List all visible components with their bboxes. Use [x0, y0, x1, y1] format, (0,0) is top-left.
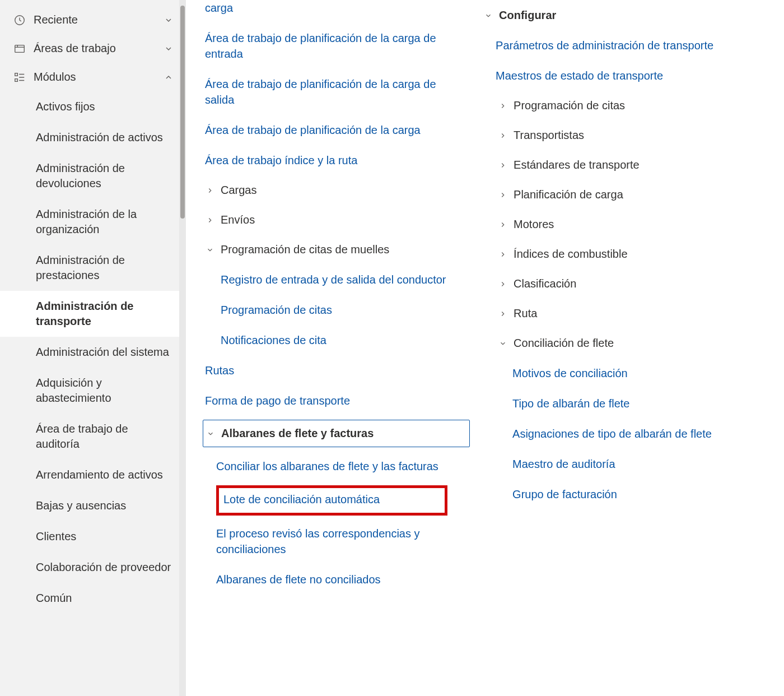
scrollbar-thumb[interactable] — [180, 6, 185, 219]
group-label: Albaranes de flete y facturas — [221, 427, 374, 440]
group-clasificacion[interactable]: Clasificación — [496, 273, 762, 295]
link-area-salida[interactable]: Área de trabajo de planificación de la c… — [203, 73, 470, 111]
menu-column-1: carga Área de trabajo de planificación d… — [197, 1, 475, 690]
module-item[interactable]: Bajas y ausencias — [0, 490, 186, 521]
link-grupo-facturacion[interactable]: Grupo de facturación — [512, 483, 762, 505]
sidebar-item-workspaces[interactable]: Áreas de trabajo — [0, 34, 186, 63]
chevron-right-icon — [498, 310, 508, 318]
group-envios[interactable]: Envíos — [203, 209, 470, 231]
module-item-active[interactable]: Administración de transporte — [0, 291, 186, 337]
module-item[interactable]: Adquisición y abastecimiento — [0, 368, 186, 414]
module-item[interactable]: Administración de la organización — [0, 199, 186, 245]
group-label: Cargas — [221, 184, 256, 197]
group-label: Programación de citas de muelles — [221, 243, 389, 256]
group-ruta[interactable]: Ruta — [496, 303, 762, 324]
module-item[interactable]: Clientes — [0, 521, 186, 552]
link-albaranes-no-conc[interactable]: Albaranes de flete no conciliados — [216, 568, 470, 591]
module-item[interactable]: Común — [0, 583, 186, 614]
link-forma-pago[interactable]: Forma de pago de transporte — [203, 389, 470, 412]
link-lote-conciliacion[interactable]: Lote de conciliación automática — [223, 489, 440, 509]
group-label: Configurar — [499, 9, 556, 22]
group-label: Clasificación — [514, 277, 576, 290]
svg-rect-3 — [15, 78, 18, 81]
main-content: carga Área de trabajo de planificación d… — [186, 0, 784, 696]
module-item[interactable]: Administración de devoluciones — [0, 153, 186, 199]
chevron-right-icon — [498, 280, 508, 288]
link-prog-citas[interactable]: Programación de citas — [221, 299, 470, 321]
group-label: Envíos — [221, 214, 255, 226]
sidebar-scrollbar[interactable] — [179, 0, 186, 696]
link-area-entrada[interactable]: Área de trabajo de planificación de la c… — [203, 27, 470, 65]
group-label: Estándares de transporte — [514, 159, 640, 171]
chevron-right-icon — [498, 132, 508, 140]
chevron-right-icon — [205, 187, 215, 194]
sidebar-item-modules[interactable]: Módulos — [0, 63, 186, 91]
group-conciliacion-flete[interactable]: Conciliación de flete — [496, 332, 762, 354]
group-indices-comb[interactable]: Índices de combustible — [496, 243, 762, 265]
chevron-down-icon — [205, 246, 215, 254]
chevron-right-icon — [498, 191, 508, 199]
link-area-plan[interactable]: Área de trabajo de planificación de la c… — [203, 119, 470, 141]
modules-list: Activos fijos Administración de activos … — [0, 91, 186, 614]
group-cargas[interactable]: Cargas — [203, 179, 470, 201]
module-item[interactable]: Administración del sistema — [0, 337, 186, 368]
group-estandares[interactable]: Estándares de transporte — [496, 154, 762, 176]
modules-icon — [13, 71, 34, 83]
group-label: Transportistas — [514, 129, 584, 142]
link-lote-conciliacion-highlight: Lote de conciliación automática — [216, 485, 447, 516]
group-label: Índices de combustible — [514, 248, 627, 261]
sidebar-label-workspaces: Áreas de trabajo — [34, 42, 162, 55]
group-label: Planificación de carga — [514, 188, 623, 201]
chevron-down-icon — [206, 430, 216, 438]
sidebar-label-modules: Módulos — [34, 71, 162, 83]
link-asignaciones[interactable]: Asignaciones de tipo de albarán de flete — [512, 423, 762, 445]
link-rutas[interactable]: Rutas — [203, 359, 470, 382]
link-parametros[interactable]: Parámetros de administración de transpor… — [496, 34, 762, 57]
module-item[interactable]: Arrendamiento de activos — [0, 460, 186, 490]
chevron-right-icon — [498, 102, 508, 110]
group-albaranes-flete[interactable]: Albaranes de flete y facturas — [203, 423, 466, 444]
module-item[interactable]: Administración de activos — [0, 122, 186, 153]
link-motivos[interactable]: Motivos de conciliación — [512, 362, 762, 384]
link-notif-cita[interactable]: Notificaciones de cita — [221, 329, 470, 351]
chevron-down-icon — [498, 340, 508, 347]
link-conciliar-albaranes[interactable]: Conciliar los albaranes de flete y las f… — [216, 455, 470, 477]
module-item[interactable]: Colaboración de proveedor — [0, 552, 186, 583]
group-label: Ruta — [514, 307, 537, 320]
group-prog-citas-muelles[interactable]: Programación de citas de muelles — [203, 239, 470, 261]
menu-column-2: Configurar Parámetros de administración … — [475, 1, 767, 690]
module-item[interactable]: Activos fijos — [0, 91, 186, 122]
chevron-right-icon — [498, 221, 508, 229]
module-item[interactable]: Administración de prestaciones — [0, 245, 186, 291]
chevron-right-icon — [498, 250, 508, 258]
link-proceso-reviso[interactable]: El proceso revisó las correspondencias y… — [216, 522, 470, 560]
chevron-down-icon — [162, 44, 175, 53]
group-label: Programación de citas — [514, 99, 625, 112]
svg-rect-2 — [15, 73, 18, 76]
chevron-down-icon — [162, 16, 175, 25]
link-registro-conductor[interactable]: Registro de entrada y de salida del cond… — [221, 268, 470, 291]
module-item[interactable]: Área de trabajo de auditoría — [0, 414, 186, 460]
app-root: Reciente Áreas de trabajo Módulos — [0, 0, 784, 696]
link-area-indice[interactable]: Área de trabajo índice y la ruta — [203, 149, 470, 171]
link-tipo-albaran[interactable]: Tipo de albarán de flete — [512, 392, 762, 415]
selected-group-albaranes: Albaranes de flete y facturas — [203, 420, 470, 447]
group-plan-carga[interactable]: Planificación de carga — [496, 184, 762, 206]
group-label: Conciliación de flete — [514, 337, 614, 350]
group-motores[interactable]: Motores — [496, 214, 762, 235]
link-carga-top[interactable]: carga — [203, 0, 470, 19]
chevron-right-icon — [205, 216, 215, 224]
sidebar-label-recent: Reciente — [34, 13, 162, 26]
svg-rect-1 — [15, 45, 25, 52]
group-prog-citas[interactable]: Programación de citas — [496, 95, 762, 117]
group-configurar[interactable]: Configurar — [481, 4, 762, 26]
chevron-up-icon — [162, 73, 175, 82]
sidebar: Reciente Áreas de trabajo Módulos — [0, 0, 186, 696]
clock-icon — [13, 14, 34, 26]
group-label: Motores — [514, 218, 554, 231]
group-transportistas[interactable]: Transportistas — [496, 124, 762, 146]
link-maestros-estado[interactable]: Maestros de estado de transporte — [496, 64, 762, 87]
chevron-right-icon — [498, 161, 508, 169]
link-maestro-auditoria[interactable]: Maestro de auditoría — [512, 453, 762, 475]
sidebar-item-recent[interactable]: Reciente — [0, 6, 186, 34]
